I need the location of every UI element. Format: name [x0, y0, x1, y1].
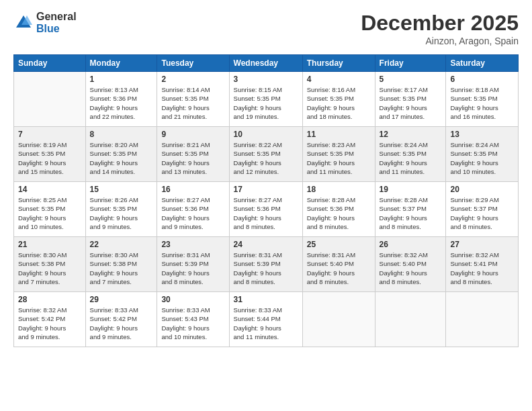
day-number: 7 [18, 130, 81, 139]
day-number: 20 [450, 185, 514, 194]
day-number: 11 [307, 130, 371, 139]
calendar-cell: 1Sunrise: 8:13 AM Sunset: 5:36 PM Daylig… [85, 72, 157, 127]
calendar-cell: 7Sunrise: 8:19 AM Sunset: 5:35 PM Daylig… [14, 127, 86, 182]
day-number: 30 [161, 295, 224, 304]
col-sunday: Sunday [14, 55, 86, 72]
day-info: Sunrise: 8:26 AM Sunset: 5:35 PM Dayligh… [90, 195, 153, 231]
calendar-cell: 19Sunrise: 8:28 AM Sunset: 5:37 PM Dayli… [375, 182, 446, 237]
day-number: 24 [234, 240, 298, 249]
day-info: Sunrise: 8:17 AM Sunset: 5:35 PM Dayligh… [380, 85, 442, 121]
day-info: Sunrise: 8:18 AM Sunset: 5:35 PM Dayligh… [450, 85, 514, 121]
day-number: 16 [161, 185, 224, 194]
calendar-cell: 12Sunrise: 8:24 AM Sunset: 5:35 PM Dayli… [375, 127, 446, 182]
header-row: Sunday Monday Tuesday Wednesday Thursday… [14, 55, 519, 72]
calendar-cell [446, 292, 519, 347]
calendar-cell: 31Sunrise: 8:33 AM Sunset: 5:44 PM Dayli… [229, 292, 302, 347]
calendar-cell: 14Sunrise: 8:25 AM Sunset: 5:35 PM Dayli… [14, 182, 86, 237]
day-info: Sunrise: 8:27 AM Sunset: 5:36 PM Dayligh… [161, 195, 224, 231]
calendar-cell: 13Sunrise: 8:24 AM Sunset: 5:35 PM Dayli… [446, 127, 519, 182]
day-info: Sunrise: 8:33 AM Sunset: 5:44 PM Dayligh… [234, 306, 298, 341]
logo-blue: Blue [36, 23, 77, 35]
day-info: Sunrise: 8:20 AM Sunset: 5:35 PM Dayligh… [90, 140, 153, 176]
logo-text: General Blue [36, 11, 77, 34]
day-number: 5 [380, 75, 442, 84]
calendar-cell: 10Sunrise: 8:22 AM Sunset: 5:35 PM Dayli… [229, 127, 302, 182]
day-info: Sunrise: 8:31 AM Sunset: 5:39 PM Dayligh… [161, 250, 224, 286]
day-info: Sunrise: 8:30 AM Sunset: 5:38 PM Dayligh… [18, 250, 81, 286]
day-info: Sunrise: 8:21 AM Sunset: 5:35 PM Dayligh… [161, 140, 224, 176]
day-info: Sunrise: 8:31 AM Sunset: 5:39 PM Dayligh… [234, 250, 298, 286]
calendar-cell: 11Sunrise: 8:23 AM Sunset: 5:35 PM Dayli… [302, 127, 375, 182]
calendar-cell: 17Sunrise: 8:27 AM Sunset: 5:36 PM Dayli… [229, 182, 302, 237]
calendar-cell: 20Sunrise: 8:29 AM Sunset: 5:37 PM Dayli… [446, 182, 519, 237]
calendar-cell [375, 292, 446, 347]
day-number: 1 [90, 75, 153, 84]
day-info: Sunrise: 8:28 AM Sunset: 5:36 PM Dayligh… [307, 195, 371, 231]
month-title: December 2025 [361, 11, 519, 36]
calendar-cell: 2Sunrise: 8:14 AM Sunset: 5:35 PM Daylig… [157, 72, 229, 127]
calendar-cell: 25Sunrise: 8:31 AM Sunset: 5:40 PM Dayli… [302, 237, 375, 292]
day-number: 23 [161, 240, 224, 249]
calendar-week-1: 1Sunrise: 8:13 AM Sunset: 5:36 PM Daylig… [14, 72, 519, 127]
logo-general: General [36, 11, 77, 23]
day-number: 8 [90, 130, 153, 139]
logo-icon [13, 13, 34, 33]
day-number: 4 [307, 75, 371, 84]
day-number: 17 [234, 185, 298, 194]
logo: General Blue [13, 11, 77, 34]
page: General Blue December 2025 Ainzon, Arago… [0, 0, 532, 411]
day-info: Sunrise: 8:22 AM Sunset: 5:35 PM Dayligh… [234, 140, 298, 176]
calendar-cell: 27Sunrise: 8:32 AM Sunset: 5:41 PM Dayli… [446, 237, 519, 292]
day-info: Sunrise: 8:32 AM Sunset: 5:42 PM Dayligh… [18, 306, 81, 341]
col-monday: Monday [85, 55, 157, 72]
calendar-cell: 18Sunrise: 8:28 AM Sunset: 5:36 PM Dayli… [302, 182, 375, 237]
day-info: Sunrise: 8:23 AM Sunset: 5:35 PM Dayligh… [307, 140, 371, 176]
calendar-cell: 3Sunrise: 8:15 AM Sunset: 5:35 PM Daylig… [229, 72, 302, 127]
calendar-cell: 29Sunrise: 8:33 AM Sunset: 5:42 PM Dayli… [85, 292, 157, 347]
day-number: 14 [18, 185, 81, 194]
calendar-cell: 23Sunrise: 8:31 AM Sunset: 5:39 PM Dayli… [157, 237, 229, 292]
calendar-cell [14, 72, 86, 127]
col-tuesday: Tuesday [157, 55, 229, 72]
day-number: 28 [18, 295, 81, 304]
day-info: Sunrise: 8:33 AM Sunset: 5:43 PM Dayligh… [161, 306, 224, 341]
day-info: Sunrise: 8:33 AM Sunset: 5:42 PM Dayligh… [90, 306, 153, 341]
col-saturday: Saturday [446, 55, 519, 72]
calendar-cell: 6Sunrise: 8:18 AM Sunset: 5:35 PM Daylig… [446, 72, 519, 127]
day-number: 10 [234, 130, 298, 139]
day-number: 13 [450, 130, 514, 139]
calendar-header: Sunday Monday Tuesday Wednesday Thursday… [14, 55, 519, 72]
day-number: 12 [380, 130, 442, 139]
day-info: Sunrise: 8:30 AM Sunset: 5:38 PM Dayligh… [90, 250, 153, 286]
day-info: Sunrise: 8:15 AM Sunset: 5:35 PM Dayligh… [234, 85, 298, 121]
calendar-cell: 5Sunrise: 8:17 AM Sunset: 5:35 PM Daylig… [375, 72, 446, 127]
calendar-cell: 30Sunrise: 8:33 AM Sunset: 5:43 PM Dayli… [157, 292, 229, 347]
calendar-week-5: 28Sunrise: 8:32 AM Sunset: 5:42 PM Dayli… [14, 292, 519, 347]
day-info: Sunrise: 8:14 AM Sunset: 5:35 PM Dayligh… [161, 85, 224, 121]
calendar-cell: 9Sunrise: 8:21 AM Sunset: 5:35 PM Daylig… [157, 127, 229, 182]
calendar-cell: 26Sunrise: 8:32 AM Sunset: 5:40 PM Dayli… [375, 237, 446, 292]
day-info: Sunrise: 8:13 AM Sunset: 5:36 PM Dayligh… [90, 85, 153, 121]
location: Ainzon, Aragon, Spain [361, 36, 519, 46]
day-number: 9 [161, 130, 224, 139]
calendar-cell: 4Sunrise: 8:16 AM Sunset: 5:35 PM Daylig… [302, 72, 375, 127]
day-number: 21 [18, 240, 81, 249]
day-info: Sunrise: 8:24 AM Sunset: 5:35 PM Dayligh… [450, 140, 514, 176]
col-friday: Friday [375, 55, 446, 72]
calendar-table: Sunday Monday Tuesday Wednesday Thursday… [13, 54, 519, 347]
day-number: 18 [307, 185, 371, 194]
calendar-cell: 28Sunrise: 8:32 AM Sunset: 5:42 PM Dayli… [14, 292, 86, 347]
calendar-cell: 15Sunrise: 8:26 AM Sunset: 5:35 PM Dayli… [85, 182, 157, 237]
calendar-cell [302, 292, 375, 347]
calendar-cell: 21Sunrise: 8:30 AM Sunset: 5:38 PM Dayli… [14, 237, 86, 292]
calendar-body: 1Sunrise: 8:13 AM Sunset: 5:36 PM Daylig… [14, 72, 519, 347]
day-info: Sunrise: 8:27 AM Sunset: 5:36 PM Dayligh… [234, 195, 298, 231]
day-number: 19 [380, 185, 442, 194]
title-block: December 2025 Ainzon, Aragon, Spain [361, 11, 519, 46]
day-number: 22 [90, 240, 153, 249]
day-info: Sunrise: 8:16 AM Sunset: 5:35 PM Dayligh… [307, 85, 371, 121]
calendar-week-4: 21Sunrise: 8:30 AM Sunset: 5:38 PM Dayli… [14, 237, 519, 292]
day-number: 2 [161, 75, 224, 84]
day-number: 29 [90, 295, 153, 304]
day-info: Sunrise: 8:32 AM Sunset: 5:41 PM Dayligh… [450, 250, 514, 286]
